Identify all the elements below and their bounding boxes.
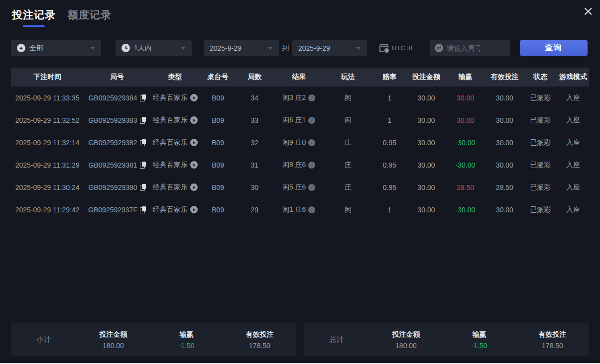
subtotal-valid-label: 有效投注 bbox=[223, 330, 296, 339]
info-icon[interactable]: i bbox=[308, 94, 315, 101]
result-text: 闲6 庄1 bbox=[282, 116, 306, 125]
status-cell: 已派彩 bbox=[524, 183, 557, 192]
round-id-text: GB0925929381 bbox=[88, 161, 137, 169]
time-range-value: 1天内 bbox=[134, 44, 177, 53]
tab-bar: 投注记录 额度记录 bbox=[12, 8, 112, 27]
odds-cell: 1 bbox=[371, 116, 407, 124]
video-replay-icon[interactable] bbox=[190, 139, 198, 146]
result-cell: 闲8 庄6 i bbox=[273, 161, 324, 170]
video-replay-icon[interactable] bbox=[190, 94, 198, 101]
date-to-select[interactable]: 2025-9-29 bbox=[292, 40, 367, 56]
total-valid-value: 178.50 bbox=[516, 342, 589, 350]
tab-quota-records-label: 额度记录 bbox=[68, 9, 112, 20]
copy-icon[interactable] bbox=[140, 139, 146, 146]
play-cell: 闲 bbox=[324, 205, 371, 214]
info-icon[interactable]: i bbox=[308, 184, 315, 191]
chevron-down-icon bbox=[90, 47, 95, 50]
game-mode-cell: 入座 bbox=[557, 138, 589, 147]
game-type-text: 经典百家乐 bbox=[153, 161, 188, 170]
win-loss-cell: -30.00 bbox=[445, 206, 485, 214]
win-loss-cell: -30.00 bbox=[445, 139, 485, 147]
col-valid-bet: 有效投注 bbox=[485, 73, 524, 82]
copy-icon[interactable] bbox=[140, 184, 146, 191]
total-win-value: -1.50 bbox=[443, 342, 516, 350]
table-body: 2025-09-29 11:33:35 GB0925929384 经典百家乐 B… bbox=[11, 87, 589, 221]
bet-amount-cell: 30.00 bbox=[407, 183, 445, 191]
col-table-no: 桌台号 bbox=[200, 73, 236, 82]
valid-bet-cell: 30.00 bbox=[485, 161, 524, 169]
col-type: 类型 bbox=[150, 73, 200, 82]
tab-betting-records[interactable]: 投注记录 bbox=[12, 8, 56, 27]
info-icon[interactable]: i bbox=[308, 139, 315, 146]
table-row: 2025-09-29 11:32:52 GB0925929383 经典百家乐 B… bbox=[11, 109, 589, 131]
time-range-select[interactable]: 1天内 bbox=[116, 40, 192, 56]
round-no-cell: 33 bbox=[236, 116, 273, 124]
bet-time-cell: 2025-09-29 11:33:35 bbox=[11, 94, 84, 102]
col-result: 结果 bbox=[273, 73, 324, 82]
clock-icon bbox=[121, 44, 130, 52]
odds-cell: 0.95 bbox=[371, 161, 407, 169]
date-from-select[interactable]: 2025-9-29 bbox=[204, 40, 279, 56]
video-replay-icon[interactable] bbox=[190, 161, 198, 169]
odds-cell: 0.95 bbox=[371, 139, 407, 147]
result-text: 闲5 庄6 bbox=[282, 183, 306, 192]
bet-amount-cell: 30.00 bbox=[407, 116, 445, 124]
bet-amount-cell: 30.00 bbox=[407, 161, 445, 169]
total-label: 总计 bbox=[304, 335, 369, 345]
bet-amount-cell: 30.00 bbox=[407, 139, 445, 147]
game-type-text: 经典百家乐 bbox=[153, 116, 188, 125]
query-button[interactable]: 查询 bbox=[520, 40, 588, 56]
close-icon[interactable]: × bbox=[583, 1, 593, 21]
copy-icon[interactable] bbox=[140, 117, 146, 124]
copy-icon[interactable] bbox=[140, 162, 146, 169]
timezone-label: UTC+8 bbox=[392, 44, 413, 52]
col-round-no: 局数 bbox=[236, 73, 273, 82]
round-id-text: GB0925929384 bbox=[88, 94, 137, 102]
subtotal-valid-value: 178.50 bbox=[223, 342, 296, 350]
table-row: 2025-09-29 11:31:29 GB0925929381 经典百家乐 B… bbox=[11, 154, 589, 176]
filter-bar: ♠ 全部 1天内 2025-9-29 到 2025-9-29 UTC+8 局 查… bbox=[0, 40, 600, 56]
valid-bet-cell: 30.00 bbox=[485, 116, 524, 124]
game-mode-cell: 入座 bbox=[557, 183, 589, 192]
info-icon[interactable]: i bbox=[308, 206, 315, 213]
subtotal-label: 小计 bbox=[11, 335, 77, 345]
total-win-label: 输赢 bbox=[443, 330, 516, 339]
round-no-cell: 29 bbox=[236, 206, 273, 214]
play-cell: 庄 bbox=[324, 138, 371, 147]
copy-icon[interactable] bbox=[140, 206, 146, 213]
table-row: 2025-09-29 11:32:14 GB0925929382 经典百家乐 B… bbox=[11, 131, 589, 154]
round-number-input[interactable] bbox=[447, 44, 501, 52]
type-cell: 经典百家乐 bbox=[150, 161, 200, 170]
game-type-select[interactable]: ♠ 全部 bbox=[11, 40, 101, 56]
bet-time-cell: 2025-09-29 11:32:52 bbox=[11, 116, 84, 124]
round-id-text: GB0925929382 bbox=[88, 139, 137, 147]
game-type-text: 经典百家乐 bbox=[153, 205, 188, 214]
result-text: 闲3 庄2 bbox=[282, 93, 306, 102]
table-no-cell: B09 bbox=[200, 139, 236, 147]
play-cell: 闲 bbox=[324, 93, 371, 102]
video-replay-icon[interactable] bbox=[190, 116, 198, 124]
result-cell: 闲6 庄1 i bbox=[273, 116, 324, 125]
tab-quota-records[interactable]: 额度记录 bbox=[68, 8, 112, 27]
video-replay-icon[interactable] bbox=[190, 183, 198, 191]
round-no-cell: 34 bbox=[236, 94, 273, 102]
chevron-down-icon bbox=[356, 47, 361, 50]
info-icon[interactable]: i bbox=[308, 117, 315, 124]
info-icon[interactable]: i bbox=[308, 162, 315, 169]
round-id-cell: GB0925929381 bbox=[84, 161, 150, 169]
calendar-clock-icon bbox=[379, 44, 388, 52]
type-cell: 经典百家乐 bbox=[150, 93, 200, 102]
col-win-loss: 输赢 bbox=[445, 73, 485, 82]
game-type-text: 经典百家乐 bbox=[153, 183, 188, 192]
video-replay-icon[interactable] bbox=[190, 206, 198, 213]
result-cell: 闲1 庄6 i bbox=[273, 205, 324, 214]
subtotal-win-label: 输赢 bbox=[150, 330, 223, 339]
game-mode-cell: 入座 bbox=[557, 93, 589, 102]
round-id-text: GB092592937F bbox=[88, 206, 137, 214]
round-id-cell: GB0925929382 bbox=[84, 139, 150, 147]
total-valid-bet: 有效投注 178.50 bbox=[516, 330, 589, 350]
round-number-field: 局 bbox=[430, 40, 510, 56]
active-tab-underline bbox=[23, 25, 45, 27]
status-cell: 已派彩 bbox=[524, 93, 557, 102]
copy-icon[interactable] bbox=[140, 94, 146, 101]
